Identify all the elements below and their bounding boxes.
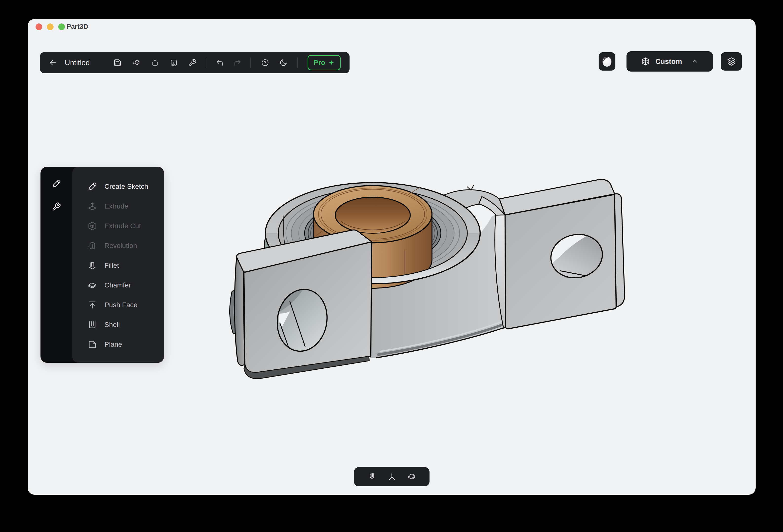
tool-panel: Create Sketch Extrude Extrude Cut Revolu… [40, 167, 164, 363]
plane-icon [88, 340, 97, 349]
axes-icon[interactable] [387, 472, 396, 481]
sparkle-icon [328, 60, 335, 66]
undo-icon[interactable] [216, 59, 224, 67]
toolbar-separator [206, 58, 207, 68]
menu-item-create-sketch[interactable]: Create Sketch [72, 177, 164, 196]
cube-wireframe-icon [641, 57, 650, 66]
document-title[interactable]: Untitled [65, 59, 90, 67]
download-badge-icon[interactable] [170, 59, 178, 67]
extrude-cut-icon [88, 221, 97, 231]
app-window: Part3D [28, 19, 756, 495]
view-preset-label: Custom [655, 58, 682, 66]
menu-item-plane[interactable]: Plane [72, 335, 164, 354]
redo-icon[interactable] [233, 59, 242, 67]
main-toolbar: Untitled Pro [40, 52, 349, 73]
shell-icon [88, 320, 97, 329]
tool-panel-tabs [40, 167, 72, 363]
orbit-icon[interactable] [408, 472, 416, 481]
minimize-button[interactable] [47, 24, 54, 30]
pencil-tab-icon[interactable] [52, 179, 61, 188]
layers-icon [726, 57, 737, 66]
traffic-lights [36, 24, 65, 30]
pillow-block-bearing [230, 180, 625, 379]
menu-item-push-face[interactable]: Push Face [72, 295, 164, 315]
menu-item-revolution[interactable]: Revolution [72, 236, 164, 256]
save-icon[interactable] [114, 59, 121, 67]
menu-item-shell[interactable]: Shell [72, 315, 164, 335]
wrench-icon[interactable] [189, 59, 196, 67]
material-preview-button[interactable] [599, 52, 616, 71]
menu-item-extrude[interactable]: Extrude [72, 196, 164, 216]
window-title: Part3D [67, 23, 88, 31]
chamfer-icon [88, 280, 97, 290]
fillet-icon [88, 261, 97, 270]
pencil-icon [88, 182, 97, 191]
pro-upgrade-button[interactable]: Pro [308, 55, 341, 70]
push-face-icon [88, 300, 97, 310]
viewport-toolbar [354, 467, 430, 486]
moon-icon[interactable] [279, 59, 287, 67]
close-button[interactable] [36, 24, 42, 30]
revolution-icon [88, 241, 97, 251]
menu-item-chamfer[interactable]: Chamfer [72, 275, 164, 295]
menu-item-fillet[interactable]: Fillet [72, 256, 164, 275]
chevron-up-icon [691, 58, 698, 65]
toolbar-separator [297, 58, 298, 68]
view-preset-button[interactable]: Custom [626, 51, 713, 72]
tool-menu: Create Sketch Extrude Extrude Cut Revolu… [72, 167, 164, 363]
matcap-sphere-icon [601, 55, 613, 68]
zoom-button[interactable] [58, 24, 65, 30]
cube-export-icon[interactable] [132, 59, 140, 67]
extrude-icon [88, 202, 97, 211]
magnet-icon[interactable] [368, 472, 376, 481]
menu-item-extrude-cut[interactable]: Extrude Cut [72, 216, 164, 236]
wrench-tab-icon[interactable] [52, 202, 61, 211]
layers-button[interactable] [721, 52, 742, 71]
toolbar-separator [250, 58, 251, 68]
back-arrow-icon[interactable] [49, 59, 57, 67]
help-circle-icon[interactable] [261, 59, 269, 67]
share-icon[interactable] [151, 59, 159, 67]
pro-label: Pro [314, 59, 325, 67]
